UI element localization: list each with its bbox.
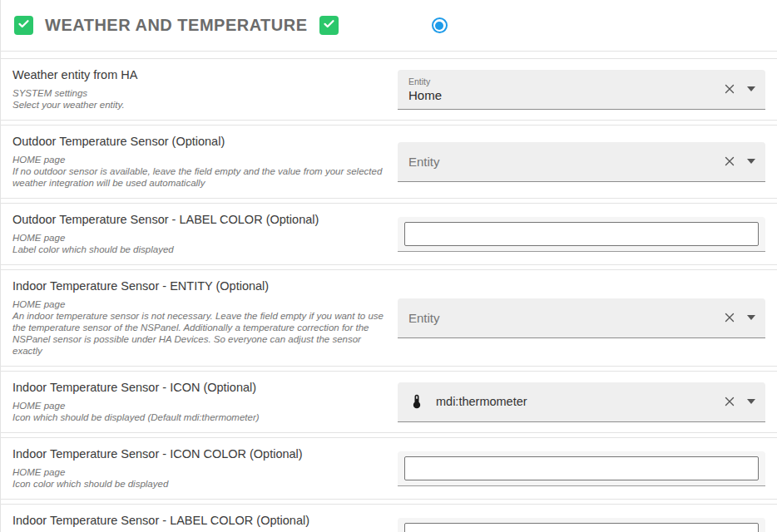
outdoor-label-color-input[interactable] [404, 222, 759, 246]
row-context: HOME page [12, 232, 388, 244]
row-info: Outdoor Temperature Sensor (Optional) HO… [1, 135, 398, 189]
row-info: Weather entity from HA SYSTEM settings S… [1, 68, 398, 111]
row-title: Outdoor Temperature Sensor (Optional) [12, 135, 388, 148]
indoor-icon-select[interactable]: mdi:thermometer [398, 382, 765, 422]
dropdown-arrow-icon[interactable] [747, 399, 755, 404]
select-value: mdi:thermometer [436, 395, 715, 408]
select-placeholder: Entity [408, 155, 715, 169]
field-column [398, 451, 765, 486]
field-column: Entity Home [398, 70, 765, 110]
row-context: HOME page [12, 298, 388, 310]
select-text: Entity Home [408, 76, 715, 102]
row-description: An indoor temperature sensor is not nece… [12, 310, 388, 357]
dropdown-arrow-icon[interactable] [747, 315, 755, 320]
row-info: Indoor Temperature Sensor - LABEL COLOR … [1, 514, 398, 532]
row-info: Outdoor Temperature Sensor - LABEL COLOR… [1, 213, 398, 255]
row-description: If no outdoor sensor is available, leave… [12, 165, 388, 189]
row-context: HOME page [12, 400, 388, 411]
clear-icon[interactable] [722, 310, 737, 325]
settings-row-indoor-icon: Indoor Temperature Sensor - ICON (Option… [1, 371, 777, 433]
indoor-entity-select[interactable]: Entity [398, 298, 765, 338]
settings-page: WEATHER AND TEMPERATURE Weather entity f… [0, 0, 777, 532]
clear-icon[interactable] [722, 154, 737, 169]
outdoor-entity-select[interactable]: Entity [398, 142, 765, 182]
settings-row-weather-entity: Weather entity from HA SYSTEM settings S… [1, 58, 777, 121]
checkmark-icon [17, 17, 31, 34]
radio-button[interactable] [432, 17, 448, 33]
thermometer-icon [408, 393, 425, 410]
row-title: Indoor Temperature Sensor - ICON COLOR (… [12, 447, 388, 461]
dropdown-arrow-icon[interactable] [747, 159, 755, 164]
settings-row-outdoor-label-color: Outdoor Temperature Sensor - LABEL COLOR… [1, 203, 777, 265]
clear-icon[interactable] [722, 394, 737, 409]
section-checkbox-left[interactable] [14, 16, 33, 35]
select-floating-label: Entity [408, 76, 715, 86]
row-title: Outdoor Temperature Sensor - LABEL COLOR… [12, 213, 388, 226]
row-info: Indoor Temperature Sensor - ENTITY (Opti… [1, 279, 398, 357]
color-input-panel [398, 217, 765, 252]
settings-row-indoor-entity: Indoor Temperature Sensor - ENTITY (Opti… [1, 269, 777, 367]
row-title: Weather entity from HA [12, 68, 388, 81]
color-input-panel [398, 451, 765, 486]
field-column: mdi:thermometer [398, 382, 765, 422]
row-description: Label color which should be displayed [12, 244, 388, 255]
row-description: Select your weather entity. [12, 99, 388, 111]
row-context: SYSTEM settings [12, 87, 388, 99]
field-column [398, 217, 765, 252]
row-info: Indoor Temperature Sensor - ICON (Option… [1, 381, 398, 423]
select-placeholder: Entity [408, 311, 715, 325]
section-header: WEATHER AND TEMPERATURE [1, 0, 777, 52]
settings-row-outdoor-sensor: Outdoor Temperature Sensor (Optional) HO… [1, 125, 777, 199]
dropdown-arrow-icon[interactable] [747, 86, 755, 91]
color-input-panel [398, 518, 765, 532]
section-title: WEATHER AND TEMPERATURE [45, 16, 308, 35]
settings-row-indoor-icon-color: Indoor Temperature Sensor - ICON COLOR (… [1, 437, 777, 500]
weather-entity-select[interactable]: Entity Home [398, 70, 765, 110]
row-context: HOME page [12, 154, 388, 165]
row-description: Icon color which should be displayed [12, 478, 388, 490]
checkmark-icon [322, 17, 336, 34]
row-info: Indoor Temperature Sensor - ICON COLOR (… [1, 447, 398, 490]
field-column: Entity [398, 298, 765, 338]
clear-icon[interactable] [722, 81, 737, 96]
row-title: Indoor Temperature Sensor - ICON (Option… [12, 381, 388, 394]
indoor-icon-color-input[interactable] [404, 456, 759, 480]
field-column [398, 518, 765, 532]
row-description: Icon which should be displayed (Default … [12, 411, 388, 423]
row-title: Indoor Temperature Sensor - LABEL COLOR … [12, 514, 388, 527]
select-value: Home [408, 88, 715, 102]
row-context: HOME page [12, 466, 388, 478]
section-checkbox-right[interactable] [319, 16, 339, 35]
row-title: Indoor Temperature Sensor - ENTITY (Opti… [12, 279, 388, 293]
settings-row-indoor-label-color: Indoor Temperature Sensor - LABEL COLOR … [1, 504, 777, 532]
radio-dot [435, 22, 443, 30]
indoor-label-color-input[interactable] [404, 523, 759, 532]
field-column: Entity [398, 142, 765, 182]
